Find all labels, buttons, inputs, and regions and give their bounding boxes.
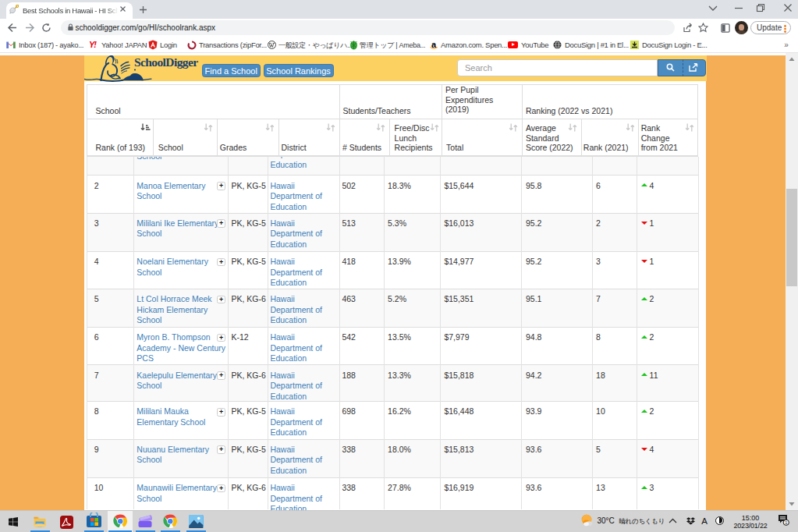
svg-text:1: 1 [785,520,787,525]
